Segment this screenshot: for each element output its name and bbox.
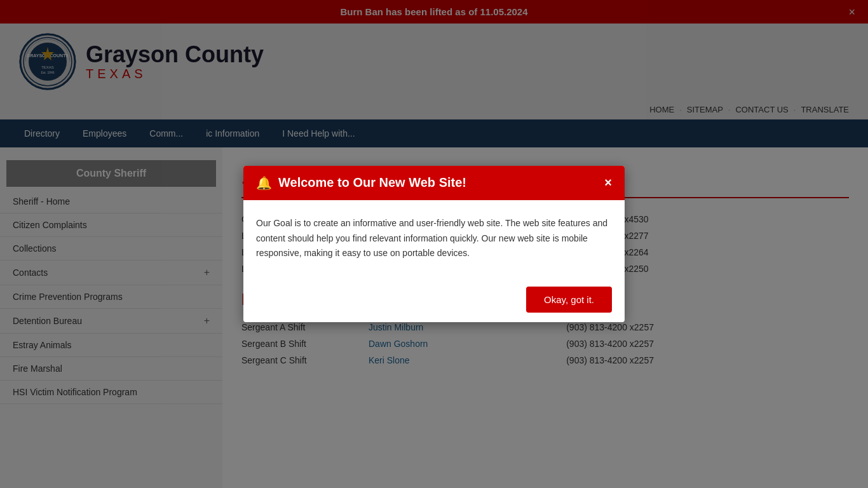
modal-body-text: Our Goal is to create an informative and… [256, 218, 607, 259]
ok-button[interactable]: Okay, got it. [526, 287, 612, 313]
modal-title-area: 🔔 Welcome to Our New Web Site! [256, 175, 466, 191]
modal-overlay[interactable]: 🔔 Welcome to Our New Web Site! × Our Goa… [0, 0, 868, 488]
modal-close-button[interactable]: × [604, 175, 612, 190]
modal-footer: Okay, got it. [243, 277, 625, 322]
modal-dialog: 🔔 Welcome to Our New Web Site! × Our Goa… [243, 166, 625, 322]
modal-title: Welcome to Our New Web Site! [278, 175, 466, 190]
bell-icon: 🔔 [256, 175, 272, 191]
modal-header: 🔔 Welcome to Our New Web Site! × [243, 166, 625, 200]
modal-body: Our Goal is to create an informative and… [243, 200, 625, 277]
